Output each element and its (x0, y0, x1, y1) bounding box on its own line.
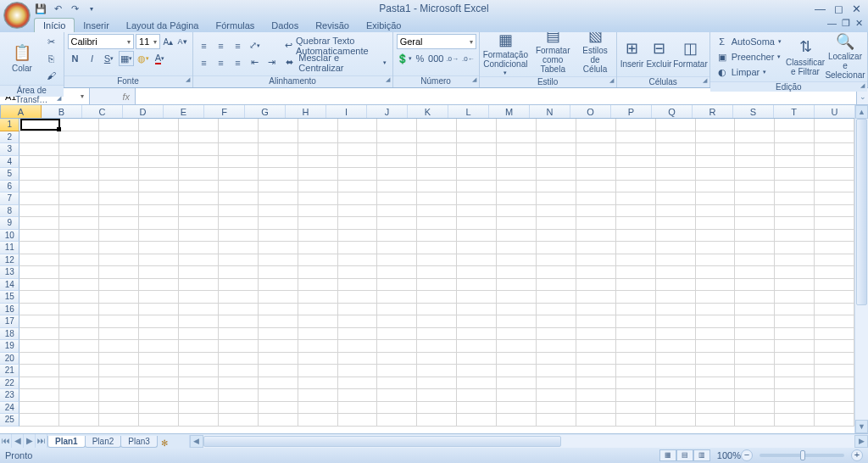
cell[interactable] (179, 389, 219, 402)
cell[interactable] (457, 328, 497, 341)
cell[interactable] (417, 328, 457, 341)
cell[interactable] (139, 168, 179, 181)
cell[interactable] (99, 156, 139, 169)
scroll-up-icon[interactable]: ▲ (855, 105, 868, 119)
column-header[interactable]: S (733, 105, 774, 118)
cell[interactable] (59, 156, 99, 169)
scroll-left-icon[interactable]: ◀ (190, 435, 203, 448)
column-header[interactable]: J (367, 105, 408, 118)
cell[interactable] (19, 315, 59, 328)
hscroll-thumb[interactable] (203, 436, 561, 447)
cell[interactable] (775, 254, 815, 267)
cell[interactable] (576, 377, 616, 390)
cell[interactable] (457, 181, 497, 193)
cell[interactable] (338, 192, 378, 205)
cell[interactable] (19, 168, 59, 181)
cell[interactable] (497, 254, 537, 267)
cell[interactable] (298, 131, 338, 144)
cell[interactable] (616, 242, 656, 254)
cell[interactable] (59, 414, 99, 427)
cell[interactable] (775, 181, 815, 193)
cell[interactable] (298, 377, 338, 390)
cell[interactable] (576, 143, 616, 156)
cell[interactable] (696, 156, 736, 169)
cell[interactable] (735, 143, 775, 156)
cell[interactable] (259, 230, 298, 243)
cell[interactable] (99, 377, 139, 390)
tab-revisao[interactable]: Revisão (307, 19, 358, 32)
cell[interactable] (656, 156, 696, 169)
cell[interactable] (616, 192, 656, 205)
cell[interactable] (457, 365, 497, 377)
cell[interactable] (656, 389, 696, 402)
cell[interactable] (457, 279, 497, 292)
cell[interactable] (696, 181, 736, 193)
row-header[interactable]: 24 (0, 402, 19, 415)
cell[interactable] (19, 242, 59, 254)
cell[interactable] (219, 168, 259, 181)
cell[interactable] (696, 353, 736, 365)
cell[interactable] (179, 192, 219, 205)
cell[interactable] (19, 389, 59, 402)
cell[interactable] (259, 143, 298, 156)
cell[interactable] (99, 254, 139, 267)
cell[interactable] (576, 304, 616, 316)
cell[interactable] (457, 353, 497, 365)
cell[interactable] (338, 254, 378, 267)
cell[interactable] (219, 242, 259, 254)
cell[interactable] (19, 328, 59, 341)
cell[interactable] (696, 230, 736, 243)
cell[interactable] (735, 254, 775, 267)
cell[interactable] (735, 192, 775, 205)
cell[interactable] (377, 377, 417, 390)
row-header[interactable]: 1 (0, 119, 19, 131)
cell[interactable] (377, 414, 417, 427)
row-header[interactable]: 7 (0, 192, 19, 205)
cell[interactable] (815, 377, 854, 390)
merge-center-button[interactable]: ⬌Mesclar e Centralizar▾ (282, 55, 389, 70)
cell[interactable] (497, 181, 537, 193)
cell[interactable] (99, 168, 139, 181)
align-left-icon[interactable]: ≡ (197, 55, 212, 70)
increase-decimal-icon[interactable]: .0→ (445, 51, 459, 66)
cell[interactable] (99, 119, 139, 131)
cell[interactable] (696, 328, 736, 341)
cell[interactable] (179, 217, 219, 230)
cell[interactable] (537, 402, 576, 415)
tab-layout[interactable]: Layout da Página (118, 19, 208, 32)
cell[interactable] (338, 181, 378, 193)
cell[interactable] (417, 266, 457, 279)
cell[interactable] (259, 279, 298, 292)
tab-dados[interactable]: Dados (263, 19, 307, 32)
cell[interactable] (139, 377, 179, 390)
cell[interactable] (775, 143, 815, 156)
cell[interactable] (219, 365, 259, 377)
column-header[interactable]: K (408, 105, 448, 118)
cell[interactable] (298, 156, 338, 169)
row-header[interactable]: 16 (0, 304, 19, 316)
cell[interactable] (735, 168, 775, 181)
cell[interactable] (656, 340, 696, 353)
cell[interactable] (139, 131, 179, 144)
cell[interactable] (338, 389, 378, 402)
cell[interactable] (537, 340, 576, 353)
cell[interactable] (259, 414, 298, 427)
cell[interactable] (457, 266, 497, 279)
cell[interactable] (19, 291, 59, 304)
grow-font-icon[interactable]: A▴ (162, 34, 175, 49)
cell[interactable] (457, 389, 497, 402)
column-header[interactable]: L (448, 105, 489, 118)
select-all-button[interactable] (0, 105, 1, 118)
row-header[interactable]: 17 (0, 315, 19, 328)
cell[interactable] (259, 304, 298, 316)
sheet-tab-2[interactable]: Plan2 (85, 436, 122, 448)
cell[interactable] (417, 242, 457, 254)
cell[interactable] (656, 143, 696, 156)
cell[interactable] (616, 304, 656, 316)
cell[interactable] (338, 340, 378, 353)
cell[interactable] (99, 242, 139, 254)
column-header[interactable]: H (286, 105, 326, 118)
cell[interactable] (59, 353, 99, 365)
cell[interactable] (417, 131, 457, 144)
cell[interactable] (99, 131, 139, 144)
